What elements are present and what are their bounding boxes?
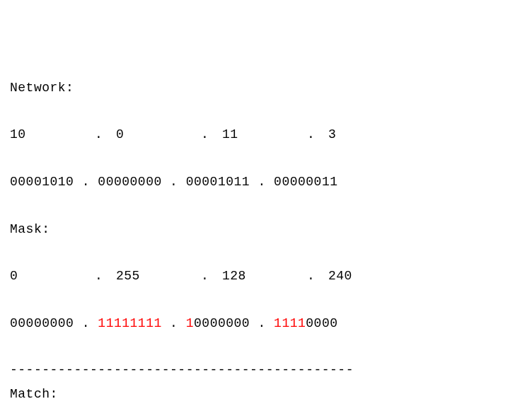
dot-separator: . bbox=[95, 265, 116, 288]
network-binary-row: 00001010 . 00000000 . 00001011 . 0000001… bbox=[10, 170, 522, 194]
match-label: Match: bbox=[10, 383, 522, 406]
bin-prefix: 00000000 bbox=[10, 316, 74, 330]
bin-prefix: 00000011 bbox=[274, 175, 337, 189]
bin-prefix: 00000000 bbox=[98, 175, 161, 189]
bin-prefix: 00001010 bbox=[10, 175, 74, 189]
bin-highlight: 1111 bbox=[274, 316, 306, 330]
bin-highlight: 1 bbox=[186, 316, 194, 330]
net-dec-o3: 11 bbox=[222, 123, 307, 146]
dot-separator: . bbox=[307, 265, 328, 288]
net-dec-o2: 0 bbox=[116, 123, 201, 146]
mask-dec-o1: 0 bbox=[10, 265, 95, 288]
net-dec-o1: 10 bbox=[10, 123, 95, 146]
dot-separator: . bbox=[201, 265, 222, 288]
dot-separator: . bbox=[170, 175, 178, 189]
dot-separator: . bbox=[95, 123, 116, 146]
mask-decimal-row: 0.255.128.240 bbox=[10, 265, 522, 288]
dot-separator: . bbox=[307, 123, 328, 146]
mask-dec-o2: 255 bbox=[116, 265, 201, 288]
dot-separator: . bbox=[170, 316, 178, 330]
horizontal-divider: ----------------------------------------… bbox=[10, 363, 354, 377]
dot-separator: . bbox=[82, 316, 90, 330]
mask-dec-o3: 128 bbox=[222, 265, 307, 288]
network-label: Network: bbox=[10, 76, 522, 100]
dot-separator: . bbox=[201, 123, 222, 146]
net-bin-o1: 00001010 bbox=[10, 170, 74, 194]
mask-binary-row: 00000000 . 11111111 . 10000000 . 1111000… bbox=[10, 312, 522, 335]
net-dec-o4: 3 bbox=[328, 123, 336, 146]
mask-bin-o1: 00000000 bbox=[10, 312, 74, 335]
dot-separator: . bbox=[258, 316, 265, 330]
net-bin-o4: 00000011 bbox=[274, 170, 337, 194]
net-bin-o3: 00001011 bbox=[186, 170, 250, 194]
mask-label: Mask: bbox=[10, 218, 522, 241]
network-decimal-row: 10.0.11.3 bbox=[10, 123, 522, 146]
bin-highlight: 11111111 bbox=[98, 316, 161, 330]
mask-dec-o4: 240 bbox=[328, 265, 352, 288]
dot-separator: . bbox=[82, 175, 90, 189]
bin-prefix: 00001011 bbox=[186, 175, 250, 189]
mask-bin-o2: 11111111 bbox=[98, 312, 161, 335]
dot-separator: . bbox=[258, 175, 265, 189]
bin-suffix: 0000 bbox=[306, 316, 337, 330]
net-bin-o2: 00000000 bbox=[98, 170, 161, 194]
mask-bin-o4: 11110000 bbox=[274, 312, 337, 335]
bin-suffix: 0000000 bbox=[194, 316, 250, 330]
mask-bin-o3: 10000000 bbox=[186, 312, 250, 335]
